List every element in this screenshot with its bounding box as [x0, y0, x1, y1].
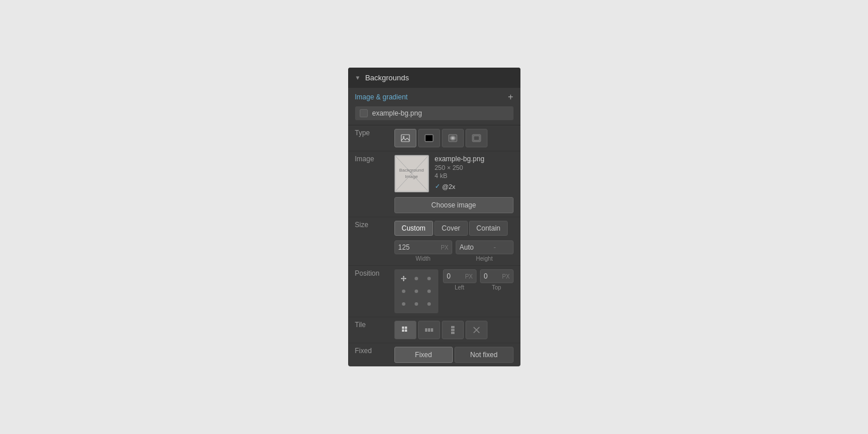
type-radial-btn[interactable] — [442, 129, 464, 147]
pos-middleleft-dot[interactable] — [402, 290, 405, 293]
type-border-btn[interactable] — [466, 129, 487, 147]
tile-content — [394, 321, 514, 339]
fixed-btn[interactable]: Fixed — [394, 347, 453, 363]
image-size: 4 kB — [435, 172, 485, 179]
type-buttons — [394, 129, 514, 147]
size-contain-btn[interactable]: Contain — [469, 221, 508, 236]
pos-topright-dot[interactable] — [427, 277, 431, 280]
file-row: example-bg.png — [355, 106, 514, 120]
width-input-wrapper: PX — [394, 240, 452, 254]
tile-none-icon — [472, 325, 481, 335]
pos-bottomleft-dot[interactable] — [402, 302, 405, 306]
tile-vertical-btn[interactable] — [442, 321, 464, 339]
retina-label: @2x — [442, 183, 456, 190]
top-group: PX Top — [480, 269, 514, 291]
tile-horizontal-icon — [424, 325, 434, 335]
svg-rect-8 — [474, 136, 479, 140]
tile-row: Tile — [348, 317, 520, 343]
pos-topleft-active[interactable] — [398, 273, 409, 284]
svg-marker-16 — [401, 278, 402, 280]
pos-bottomcenter-dot[interactable] — [415, 302, 418, 306]
linear-gradient-icon — [424, 133, 434, 143]
image-content: BackgroundImage example-bg.png 250 × 250… — [394, 155, 514, 213]
size-buttons: Custom Cover Contain — [394, 221, 514, 236]
position-label: Position — [355, 269, 390, 277]
svg-rect-25 — [451, 326, 455, 328]
position-grid[interactable] — [394, 269, 438, 313]
choose-image-button[interactable]: Choose image — [394, 197, 514, 213]
svg-marker-17 — [405, 278, 407, 280]
width-group: PX Width — [394, 240, 452, 262]
panel-title: Backgrounds — [365, 73, 409, 82]
size-cover-btn[interactable]: Cover — [434, 221, 468, 236]
border-icon — [472, 133, 481, 143]
position-row: Position — [348, 266, 520, 317]
width-label: Width — [394, 255, 452, 262]
size-custom-btn[interactable]: Custom — [394, 221, 433, 236]
tile-none-btn[interactable] — [466, 321, 487, 339]
svg-rect-22 — [425, 328, 427, 332]
svg-rect-21 — [405, 329, 407, 332]
fixed-buttons: Fixed Not fixed — [394, 347, 514, 363]
image-gradient-label: Image & gradient — [355, 93, 408, 101]
type-buttons-container — [394, 129, 514, 147]
svg-rect-27 — [451, 332, 455, 334]
position-inputs: PX Left PX Top — [443, 269, 514, 291]
image-info: BackgroundImage example-bg.png 250 × 250… — [394, 155, 514, 192]
type-image-btn[interactable] — [394, 129, 416, 147]
svg-rect-0 — [401, 135, 409, 142]
image-label: Image — [355, 155, 390, 163]
image-row: Image BackgroundImage example-bg.png 250… — [348, 151, 520, 217]
svg-point-1 — [402, 136, 404, 138]
top-label: Top — [480, 284, 514, 291]
type-row: Type — [348, 125, 520, 151]
pos-middleright-dot[interactable] — [427, 290, 431, 293]
image-icon — [401, 133, 410, 143]
svg-marker-15 — [402, 280, 404, 282]
left-input[interactable] — [444, 270, 463, 283]
fixed-label: Fixed — [355, 347, 390, 355]
panel-header: ▼ Backgrounds — [348, 68, 520, 88]
image-gradient-section: Image & gradient + example-bg.png — [348, 88, 520, 125]
type-linear-btn[interactable] — [418, 129, 440, 147]
tile-horizontal-btn[interactable] — [418, 321, 440, 339]
left-unit: PX — [462, 273, 475, 280]
left-label: Left — [443, 284, 477, 291]
image-details: example-bg.png 250 × 250 4 kB ✓ @2x — [435, 155, 485, 190]
left-group: PX Left — [443, 269, 477, 291]
tile-both-btn[interactable] — [394, 321, 416, 339]
svg-marker-14 — [402, 276, 404, 277]
width-input[interactable] — [395, 241, 438, 254]
pos-topcenter-dot[interactable] — [415, 277, 418, 280]
left-input-wrapper: PX — [443, 269, 477, 283]
height-label: Height — [456, 255, 514, 262]
height-input-wrapper: - — [456, 240, 514, 254]
pos-bottomright-dot[interactable] — [427, 302, 431, 306]
type-label: Type — [355, 129, 390, 137]
thumbnail-label: BackgroundImage — [399, 168, 424, 180]
size-inputs: PX Width - Height — [394, 240, 514, 262]
position-inner: PX Left PX Top — [394, 269, 514, 313]
height-dash[interactable]: - — [491, 243, 499, 251]
pos-move-icon — [401, 276, 407, 281]
section-header: Image & gradient + — [355, 92, 514, 102]
image-filename: example-bg.png — [435, 155, 485, 163]
svg-rect-26 — [451, 329, 455, 331]
top-input-wrapper: PX — [480, 269, 514, 283]
not-fixed-btn[interactable]: Not fixed — [455, 347, 514, 363]
collapse-icon[interactable]: ▼ — [355, 75, 361, 81]
image-thumbnail: BackgroundImage — [394, 155, 429, 192]
top-input[interactable] — [481, 270, 500, 283]
height-input[interactable] — [456, 241, 491, 254]
file-checkbox[interactable] — [360, 109, 368, 117]
add-button[interactable]: + — [508, 92, 513, 102]
retina-row: ✓ @2x — [435, 183, 485, 190]
width-unit: PX — [438, 244, 451, 251]
svg-rect-18 — [402, 327, 404, 329]
tile-vertical-icon — [448, 325, 457, 335]
pos-center-dot[interactable] — [415, 290, 418, 293]
retina-checkmark[interactable]: ✓ — [435, 183, 440, 190]
svg-rect-19 — [405, 327, 407, 329]
svg-rect-6 — [449, 135, 456, 141]
height-group: - Height — [456, 240, 514, 262]
